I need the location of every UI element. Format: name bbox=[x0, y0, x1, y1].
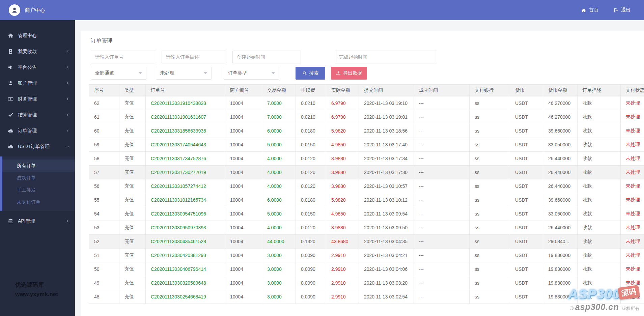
table-cell: 26.440000 bbox=[543, 152, 578, 166]
sidebar-item-label: 订单管理 bbox=[18, 128, 37, 134]
table-cell: 0.0150 bbox=[296, 138, 326, 152]
site-watermark: ASP300源码 © asp300.cn 版权所有 bbox=[568, 286, 639, 312]
sidebar-watermark: 优选源码库 www.yxymk.net bbox=[15, 280, 58, 299]
table-cell: 收款 bbox=[578, 262, 621, 276]
logout-link[interactable]: 退出 bbox=[613, 7, 631, 13]
column-header: 类型 bbox=[119, 85, 146, 96]
table-cell: C20201113031730272019 bbox=[146, 166, 225, 179]
table-cell: C20201113031856633936 bbox=[146, 124, 225, 138]
chevron-left-icon bbox=[66, 97, 69, 101]
table-cell: 7.0000 bbox=[262, 96, 296, 110]
table-cell: 5.9820 bbox=[326, 124, 359, 138]
table-cell: 3.9880 bbox=[326, 179, 359, 193]
export-button[interactable]: 导出数据 bbox=[331, 67, 367, 80]
sidebar-item-1[interactable]: 我要收款 bbox=[0, 44, 75, 59]
table-cell: 充值 bbox=[119, 276, 146, 290]
table-cell: --- bbox=[414, 276, 470, 290]
sidebar-subitem-2[interactable]: 手工补发 bbox=[2, 184, 75, 196]
table-cell: 33.050000 bbox=[543, 138, 578, 152]
table-cell: 充值 bbox=[119, 166, 146, 179]
table-cell: 3.9880 bbox=[326, 221, 359, 235]
table-cell: 4.0000 bbox=[262, 152, 296, 166]
table-cell: 2020-11-13 03:17:30 bbox=[359, 166, 414, 179]
copyright-symbol: © bbox=[570, 305, 573, 311]
order-management-card: 订单管理 全部通道 未处理 订单类型 bbox=[81, 31, 644, 316]
order-no-input[interactable] bbox=[91, 51, 156, 63]
table-cell: 2020-11-13 03:09:54 bbox=[359, 207, 414, 221]
sidebar-menu: 管理中心我要收款平台公告账户管理财务管理结算管理订单管理USDT订单管理所有订单… bbox=[0, 28, 75, 229]
table-cell: 58 bbox=[89, 152, 119, 166]
table-cell: 2.9910 bbox=[326, 276, 359, 290]
table-cell: 3.0000 bbox=[262, 290, 296, 304]
table-cell: ss bbox=[470, 262, 510, 276]
watermark-copyright: 版权所有 bbox=[622, 306, 639, 311]
watermark-copyright-line: © asp300.cn 版权所有 bbox=[568, 302, 639, 312]
sidebar-item-0[interactable]: 管理中心 bbox=[0, 28, 75, 44]
table-cell: 52 bbox=[89, 235, 119, 249]
home-link[interactable]: 首页 bbox=[581, 7, 598, 13]
order-type-select[interactable]: 订单类型 bbox=[224, 67, 279, 80]
create-time-input[interactable] bbox=[232, 51, 301, 63]
sidebar-subitem-1[interactable]: 成功订单 bbox=[2, 172, 75, 184]
table-cell: 43.8680 bbox=[326, 235, 359, 249]
finish-time-input[interactable] bbox=[335, 51, 437, 63]
sidebar-item-8[interactable]: API管理 bbox=[0, 213, 75, 229]
table-cell: 0.0120 bbox=[296, 179, 326, 193]
table-cell: 10004 bbox=[225, 166, 262, 179]
api-icon bbox=[8, 218, 13, 224]
table-cell: USDT bbox=[510, 193, 543, 207]
status-select[interactable]: 未处理 bbox=[156, 67, 212, 80]
sidebar-item-5[interactable]: 结算管理 bbox=[0, 107, 75, 123]
table-cell: 0.0090 bbox=[296, 290, 326, 304]
table-row: 58充值C20201113031734752876100044.00000.01… bbox=[89, 152, 644, 166]
table-cell: USDT bbox=[510, 221, 543, 235]
sidebar-subitem-3[interactable]: 未支付订单 bbox=[2, 196, 75, 208]
table-cell: USDT bbox=[510, 124, 543, 138]
table-cell: 54 bbox=[89, 207, 119, 221]
table-cell: 2020-11-13 03:10:12 bbox=[359, 193, 414, 207]
sidebar-subitem-0[interactable]: 所有订单 bbox=[2, 160, 75, 172]
table-cell: 未处理 bbox=[621, 166, 644, 179]
table-cell: 收款 bbox=[578, 235, 621, 249]
table-cell: 充值 bbox=[119, 110, 146, 124]
sidebar-item-3[interactable]: 账户管理 bbox=[0, 75, 75, 91]
column-header: 订单描述 bbox=[578, 85, 621, 96]
order-desc-input[interactable] bbox=[162, 51, 226, 63]
table-cell: USDT bbox=[510, 235, 543, 249]
table-cell: 收款 bbox=[578, 207, 621, 221]
column-header: 提交时间 bbox=[359, 85, 414, 96]
search-button[interactable]: 搜索 bbox=[296, 67, 325, 80]
table-cell: 2.9910 bbox=[326, 290, 359, 304]
table-cell: ss bbox=[470, 193, 510, 207]
status-select-value: 未处理 bbox=[160, 70, 174, 76]
chevron-left-icon bbox=[66, 50, 69, 53]
sidebar-item-7[interactable]: USDT订单管理 bbox=[0, 139, 75, 154]
sidebar-item-6[interactable]: 订单管理 bbox=[0, 123, 75, 139]
table-cell: 39.660000 bbox=[543, 193, 578, 207]
order-type-select-value: 订单类型 bbox=[228, 70, 247, 76]
table-cell: 收款 bbox=[578, 96, 621, 110]
table-cell: 收款 bbox=[578, 152, 621, 166]
table-cell: 10004 bbox=[225, 179, 262, 193]
channel-select[interactable]: 全部通道 bbox=[91, 67, 146, 80]
caret-down-icon bbox=[139, 72, 142, 74]
table-cell: 10004 bbox=[225, 276, 262, 290]
table-cell: 未处理 bbox=[621, 138, 644, 152]
table-cell: 3.0000 bbox=[262, 262, 296, 276]
sidebar-item-2[interactable]: 平台公告 bbox=[0, 59, 75, 75]
watermark-badge: 源码 bbox=[618, 285, 640, 300]
watermark-site: asp300.cn bbox=[575, 302, 619, 312]
filter-row-inputs bbox=[91, 51, 644, 63]
table-cell: 33.050000 bbox=[543, 207, 578, 221]
column-header: 商户编号 bbox=[225, 85, 262, 96]
table-cell: 5.9820 bbox=[326, 193, 359, 207]
sidebar-item-4[interactable]: 财务管理 bbox=[0, 91, 75, 107]
table-cell: 未处理 bbox=[621, 235, 644, 249]
sidebar-item-label: 账户管理 bbox=[18, 80, 37, 86]
table-cell: 2020-11-13 03:09:50 bbox=[359, 221, 414, 235]
table-cell: 充值 bbox=[119, 235, 146, 249]
table-cell: 3.9880 bbox=[326, 166, 359, 179]
table-cell: --- bbox=[414, 110, 470, 124]
table-cell: 未处理 bbox=[621, 249, 644, 262]
table-cell: 48 bbox=[89, 290, 119, 304]
